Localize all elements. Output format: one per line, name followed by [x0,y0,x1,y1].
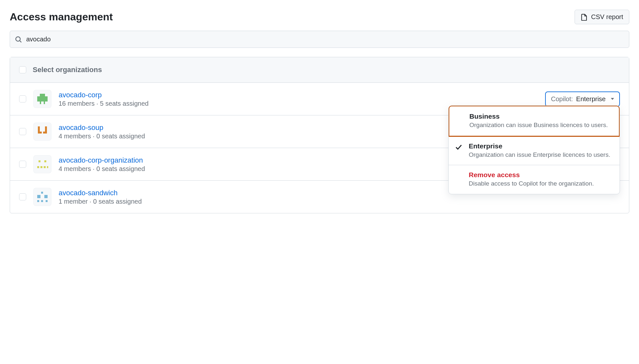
search-icon [15,36,22,43]
svg-rect-3 [40,102,41,104]
menu-item-business[interactable]: Business Organization can issue Business… [448,105,620,137]
menu-item-remove-access[interactable]: Remove access Disable access to Copilot … [449,165,620,194]
dropdown-value: Enterprise [576,95,606,103]
select-all-checkbox[interactable] [19,66,26,73]
avatar [33,123,51,141]
svg-point-0 [16,37,20,41]
org-subtitle: 1 member · 0 seats assigned [59,198,620,205]
csv-report-button[interactable]: CSV report [575,10,629,24]
row-checkbox[interactable] [19,193,26,200]
org-link[interactable]: avocado-corp [59,91,102,99]
org-link[interactable]: avocado-sandwich [59,189,118,197]
svg-rect-20 [46,200,48,202]
select-organizations-label: Select organizations [33,66,102,74]
page-title: Access management [10,11,113,23]
copilot-dropdown-menu: Business Organization can issue Business… [448,105,620,194]
file-icon [581,14,588,21]
row-checkbox[interactable] [19,95,26,102]
svg-rect-8 [43,132,47,134]
svg-rect-18 [37,200,39,202]
menu-item-title: Business [469,112,611,120]
copilot-dropdown-button[interactable]: Copilot: Enterprise [545,91,620,107]
chevron-down-icon [611,98,614,100]
menu-item-title: Enterprise [469,142,612,150]
svg-rect-16 [37,195,40,198]
svg-rect-11 [37,166,39,168]
avatar [33,155,51,173]
svg-rect-6 [38,132,42,134]
svg-rect-19 [41,200,43,202]
svg-rect-5 [38,126,40,132]
svg-rect-14 [47,166,48,168]
svg-rect-2 [37,96,48,102]
menu-item-description: Organization can issue Business licences… [469,121,611,130]
menu-item-description: Disable access to Copilot for the organi… [469,179,612,188]
svg-rect-9 [39,160,40,162]
org-link[interactable]: avocado-soup [59,123,103,132]
org-link[interactable]: avocado-corp-organization [59,156,143,164]
svg-rect-10 [44,160,46,162]
svg-rect-1 [40,94,45,96]
check-icon [455,144,462,151]
menu-item-enterprise[interactable]: Enterprise Organization can issue Enterp… [449,136,620,166]
avatar [33,188,51,206]
avatar [33,90,51,108]
svg-rect-17 [44,195,48,198]
organizations-panel: Select organizations avocado-corp 16 mem… [10,57,629,213]
svg-rect-12 [40,166,42,168]
svg-rect-15 [41,192,43,194]
svg-rect-4 [44,102,45,104]
svg-rect-13 [44,166,46,168]
search-input[interactable] [10,31,629,48]
table-row: avocado-corp 16 members · 5 seats assign… [10,83,629,115]
row-checkbox[interactable] [19,128,26,135]
menu-item-title: Remove access [469,171,612,179]
menu-item-description: Organization can issue Enterprise licenc… [469,151,612,159]
svg-rect-7 [45,126,47,132]
csv-report-label: CSV report [591,13,623,21]
dropdown-label: Copilot: [551,95,573,103]
panel-header: Select organizations [10,57,629,83]
row-checkbox[interactable] [19,161,26,168]
